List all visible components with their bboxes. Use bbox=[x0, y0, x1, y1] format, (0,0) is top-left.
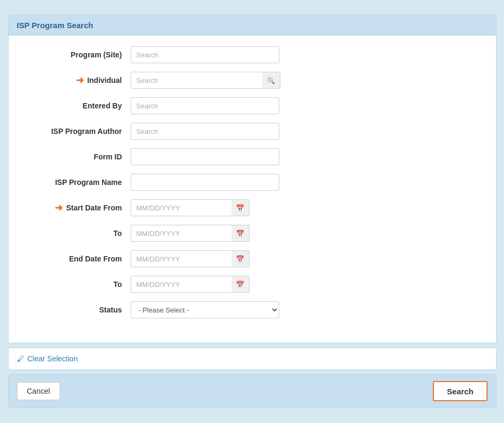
individual-input-group bbox=[131, 72, 280, 89]
isp-author-label: ISP Program Author bbox=[24, 127, 131, 136]
form-id-row: Form ID bbox=[24, 148, 480, 165]
main-panel: ISP Program Search Program (Site) ➜ Indi… bbox=[8, 15, 497, 343]
end-date-to-input[interactable] bbox=[131, 276, 232, 293]
end-date-to-calendar-icon bbox=[236, 280, 244, 289]
start-date-to-label: To bbox=[24, 229, 131, 238]
start-date-to-calendar-icon bbox=[236, 229, 244, 238]
entered-by-label: Entered By bbox=[24, 101, 131, 110]
isp-name-label: ISP Program Name bbox=[24, 178, 131, 187]
entered-by-input[interactable] bbox=[131, 97, 279, 114]
isp-author-input[interactable] bbox=[131, 123, 279, 140]
form-id-label: Form ID bbox=[24, 153, 131, 161]
end-date-from-calendar-button[interactable] bbox=[232, 250, 250, 267]
end-date-from-group bbox=[131, 250, 250, 267]
clear-section: 🖊 Clear Selection bbox=[8, 348, 497, 370]
start-date-from-calendar-icon bbox=[236, 204, 244, 212]
start-date-to-input[interactable] bbox=[131, 225, 232, 242]
individual-search-button[interactable] bbox=[262, 72, 280, 89]
individual-input[interactable] bbox=[131, 72, 262, 89]
start-date-from-input[interactable] bbox=[131, 199, 232, 216]
cancel-button[interactable]: Cancel bbox=[17, 382, 61, 400]
individual-arrow-icon: ➜ bbox=[76, 74, 84, 86]
program-site-label: Program (Site) bbox=[24, 50, 131, 59]
start-date-from-row: ➜ Start Date From bbox=[24, 199, 480, 216]
panel-header: ISP Program Search bbox=[8, 15, 496, 36]
isp-name-row: ISP Program Name bbox=[24, 174, 480, 191]
program-site-input[interactable] bbox=[131, 46, 279, 63]
end-date-from-row: End Date From bbox=[24, 250, 480, 267]
panel-body: Program (Site) ➜ Individual bbox=[8, 36, 496, 343]
individual-label: ➜ Individual bbox=[24, 74, 131, 86]
start-date-arrow-icon: ➜ bbox=[55, 202, 63, 214]
status-select[interactable]: - Please Select - Active Inactive bbox=[131, 301, 279, 318]
end-date-from-calendar-icon bbox=[236, 255, 244, 263]
individual-search-icon bbox=[267, 76, 275, 84]
clear-icon: 🖊 bbox=[17, 354, 24, 363]
page-wrapper: ISP Program Search Program (Site) ➜ Indi… bbox=[3, 10, 502, 413]
end-date-to-group bbox=[131, 276, 250, 293]
end-date-from-label: End Date From bbox=[24, 255, 131, 263]
panel-title: ISP Program Search bbox=[17, 21, 93, 30]
isp-name-input[interactable] bbox=[131, 174, 279, 191]
status-label: Status bbox=[24, 306, 131, 314]
form-id-input[interactable] bbox=[131, 148, 279, 165]
entered-by-row: Entered By bbox=[24, 97, 480, 114]
end-date-to-row: To bbox=[24, 276, 480, 293]
isp-author-row: ISP Program Author bbox=[24, 123, 480, 140]
start-date-from-group bbox=[131, 199, 250, 216]
start-date-from-calendar-button[interactable] bbox=[232, 199, 250, 216]
end-date-from-input[interactable] bbox=[131, 250, 232, 267]
footer-panel: Cancel Search bbox=[8, 374, 497, 408]
individual-row: ➜ Individual bbox=[24, 72, 480, 89]
search-button[interactable]: Search bbox=[433, 381, 487, 401]
start-date-to-row: To bbox=[24, 225, 480, 242]
clear-selection-link[interactable]: Clear Selection bbox=[28, 354, 78, 363]
start-date-to-group bbox=[131, 225, 250, 242]
end-date-to-calendar-button[interactable] bbox=[232, 276, 250, 293]
status-row: Status - Please Select - Active Inactive bbox=[24, 301, 480, 318]
start-date-from-label: ➜ Start Date From bbox=[24, 202, 131, 214]
end-date-to-label: To bbox=[24, 280, 131, 289]
start-date-to-calendar-button[interactable] bbox=[232, 225, 250, 242]
program-site-row: Program (Site) bbox=[24, 46, 480, 63]
